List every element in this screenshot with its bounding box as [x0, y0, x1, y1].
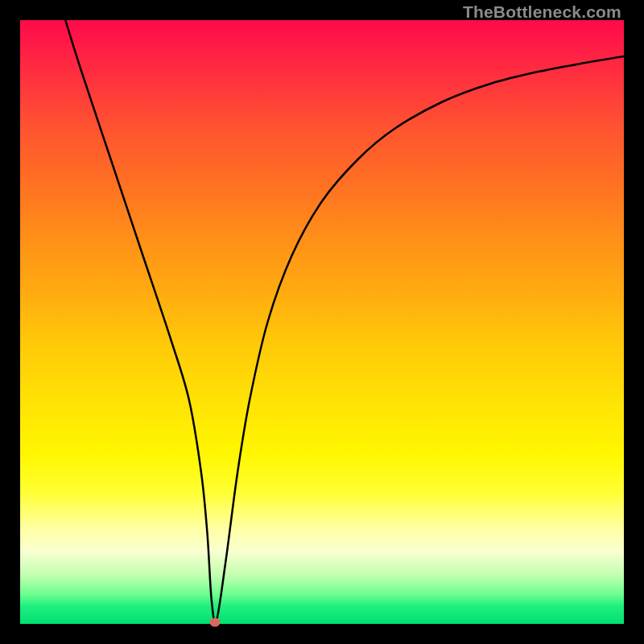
chart-frame: TheBottleneck.com [0, 0, 644, 644]
watermark-text: TheBottleneck.com [463, 2, 621, 22]
plot-area [20, 20, 624, 624]
bottleneck-curve [20, 20, 624, 624]
min-marker [210, 617, 221, 626]
